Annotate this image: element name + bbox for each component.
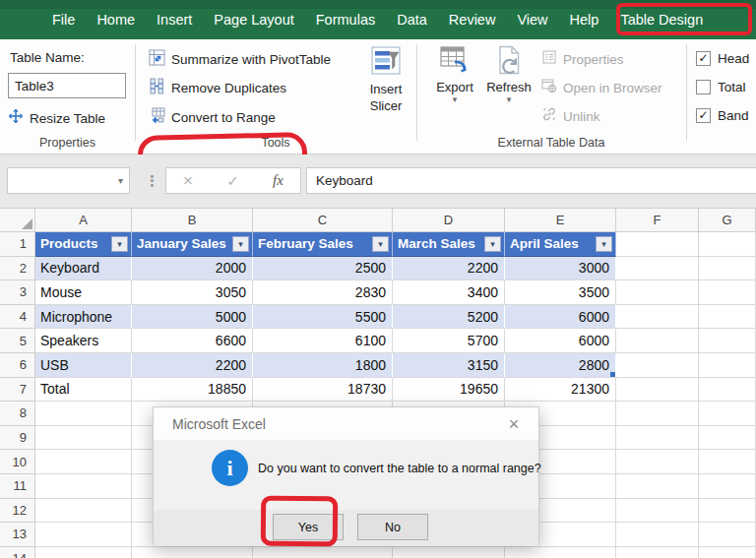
cell-g4[interactable] [699, 305, 756, 330]
cell-c2[interactable]: 2500 [253, 257, 393, 281]
cell-g6[interactable] [699, 353, 756, 378]
banded-rows-checkbox-box[interactable]: ✓ [696, 108, 711, 123]
cell-d6[interactable]: 3150 [393, 353, 505, 378]
column-header-a[interactable]: A [35, 209, 132, 232]
tab-home[interactable]: Home [86, 0, 146, 39]
column-header-e[interactable]: E [505, 209, 616, 232]
cell-a11[interactable] [35, 474, 132, 499]
total-row-checkbox[interactable]: Total [696, 80, 746, 94]
cell-e7[interactable]: 21300 [505, 378, 616, 403]
cell-b1-january-sales[interactable]: January Sales▾ [132, 232, 253, 257]
cell-g8[interactable] [699, 402, 756, 426]
cell-a2[interactable]: Keyboard [35, 257, 132, 281]
cell-f8[interactable] [616, 402, 699, 426]
cell-c14[interactable] [253, 547, 393, 558]
cell-a4[interactable]: Microphone [35, 305, 132, 330]
cell-e4[interactable]: 6000 [505, 305, 616, 330]
cell-f1[interactable] [616, 232, 699, 257]
cell-b2[interactable]: 2000 [132, 257, 253, 281]
refresh-dropdown-chevron[interactable]: ▾ [507, 95, 512, 104]
cell-f6[interactable] [616, 353, 699, 378]
cell-b5[interactable]: 6600 [132, 329, 253, 353]
cell-g13[interactable] [699, 523, 756, 547]
row-header-9[interactable]: 9 [0, 426, 35, 451]
cell-f13[interactable] [616, 523, 699, 547]
filter-dropdown-icon[interactable]: ▾ [232, 236, 249, 252]
tab-view[interactable]: View [506, 0, 558, 39]
cell-g9[interactable] [699, 426, 756, 451]
cell-c3[interactable]: 2830 [253, 280, 393, 305]
cell-g11[interactable] [699, 474, 756, 499]
cell-g7[interactable] [699, 378, 756, 403]
row-header-2[interactable]: 2 [0, 257, 35, 281]
table-name-input[interactable]: Table3 [8, 73, 126, 98]
cell-c1-february-sales[interactable]: February Sales▾ [253, 232, 393, 257]
cell-d4[interactable]: 5200 [393, 305, 505, 330]
row-header-13[interactable]: 13 [0, 523, 35, 547]
cell-f10[interactable] [616, 450, 699, 474]
tab-help[interactable]: Help [559, 0, 610, 39]
cell-e5[interactable]: 6000 [505, 329, 616, 353]
cell-b7[interactable]: 18850 [132, 378, 253, 403]
cell-g12[interactable] [699, 499, 756, 524]
cell-f9[interactable] [616, 426, 699, 451]
cell-a6[interactable]: USB [35, 353, 132, 378]
cell-f3[interactable] [616, 280, 699, 305]
select-all-button[interactable] [0, 209, 35, 232]
cell-d3[interactable]: 3400 [393, 280, 505, 305]
export-button[interactable]: Export ▾ [429, 45, 480, 104]
cell-e2[interactable]: 3000 [505, 257, 616, 281]
no-button[interactable]: No [357, 514, 428, 540]
confirm-icon[interactable]: ✓ [226, 172, 239, 190]
cell-a13[interactable] [35, 523, 132, 547]
cell-a8[interactable] [35, 402, 132, 426]
cell-a14[interactable] [35, 547, 132, 558]
tab-data[interactable]: Data [386, 0, 438, 39]
tab-formulas[interactable]: Formulas [305, 0, 386, 39]
name-box-dropdown-icon[interactable]: ▾ [118, 175, 123, 186]
cell-a9[interactable] [35, 426, 132, 451]
cell-e1-april-sales[interactable]: April Sales▾ [505, 232, 616, 257]
formula-input[interactable]: Keyboard [306, 167, 756, 194]
cell-b4[interactable]: 5000 [132, 305, 253, 330]
cell-a10[interactable] [35, 450, 132, 474]
cell-b14[interactable] [132, 547, 253, 558]
filter-dropdown-icon[interactable]: ▾ [484, 236, 501, 252]
cell-f11[interactable] [616, 474, 699, 499]
cell-g10[interactable] [699, 450, 756, 474]
cell-a7[interactable]: Total [35, 378, 132, 403]
tab-table-design[interactable]: Table Design [609, 0, 714, 39]
cell-g5[interactable] [699, 329, 756, 353]
row-header-8[interactable]: 8 [0, 402, 35, 426]
total-row-checkbox-box[interactable] [696, 80, 711, 94]
cell-f4[interactable] [616, 305, 699, 330]
tab-review[interactable]: Review [438, 0, 507, 39]
cell-c7[interactable]: 18730 [253, 378, 393, 403]
column-header-c[interactable]: C [253, 209, 393, 232]
resize-table-button[interactable]: Resize Table [8, 108, 105, 128]
tab-page-layout[interactable]: Page Layout [203, 0, 304, 39]
row-header-5[interactable]: 5 [0, 329, 35, 353]
cell-f7[interactable] [616, 378, 699, 403]
remove-duplicates-button[interactable]: Remove Duplicates [149, 78, 286, 98]
cell-f5[interactable] [616, 329, 699, 353]
tab-file[interactable]: File [41, 0, 86, 39]
tab-insert[interactable]: Insert [146, 0, 203, 39]
cell-f12[interactable] [616, 499, 699, 524]
cell-c5[interactable]: 6100 [253, 329, 393, 353]
cell-c4[interactable]: 5500 [253, 305, 393, 330]
dialog-titlebar[interactable]: Microsoft Excel × [154, 407, 538, 440]
cell-d5[interactable]: 5700 [393, 329, 505, 353]
cell-c6[interactable]: 1800 [253, 353, 393, 378]
column-header-g[interactable]: G [699, 209, 756, 232]
yes-button[interactable]: Yes [273, 514, 344, 540]
cell-e3[interactable]: 3500 [505, 280, 616, 305]
cell-d1-march-sales[interactable]: March Sales▾ [393, 232, 505, 257]
row-header-1[interactable]: 1 [0, 232, 35, 257]
name-box[interactable]: ▾ [7, 167, 130, 194]
insert-slicer-button[interactable]: Insert Slicer [357, 45, 414, 114]
cell-e14[interactable] [505, 547, 616, 558]
row-header-12[interactable]: 12 [0, 499, 35, 524]
refresh-button[interactable]: Refresh ▾ [481, 45, 536, 104]
convert-to-range-button[interactable]: Convert to Range [149, 107, 276, 128]
